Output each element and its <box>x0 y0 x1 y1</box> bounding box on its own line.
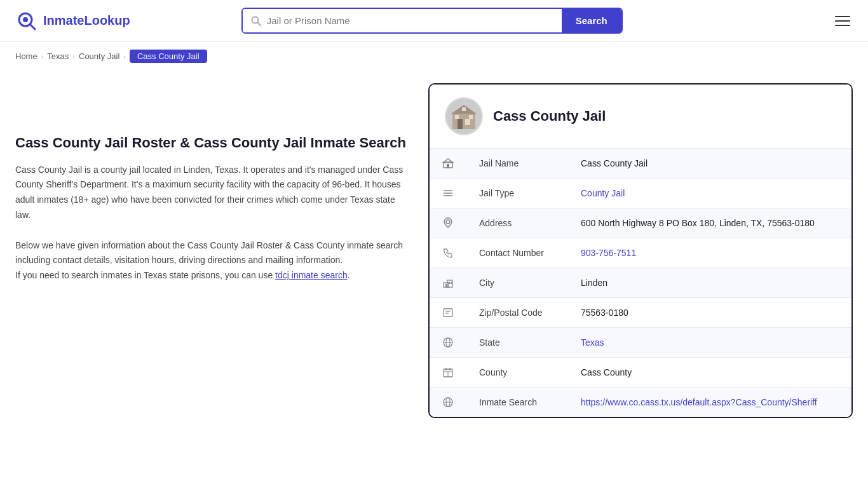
search-button[interactable]: Search <box>562 9 621 32</box>
table-row: City Linden <box>430 268 851 298</box>
inmate-search-icon <box>442 396 454 408</box>
card-header: Cass County Jail <box>430 85 851 148</box>
row-label-state: State <box>466 328 568 358</box>
row-value-contact: 903-756-7511 <box>568 238 851 268</box>
breadcrumb-type[interactable]: County Jail <box>79 51 119 61</box>
svg-rect-22 <box>449 282 450 284</box>
svg-point-18 <box>446 220 450 224</box>
search-wrapper: Search <box>241 8 623 34</box>
row-value-inmate-search: https://www.co.cass.tx.us/default.aspx?C… <box>568 388 851 417</box>
row-value-state: Texas <box>568 328 851 358</box>
row-label-city: City <box>466 268 568 298</box>
row-icon-county <box>430 358 466 388</box>
phone-icon <box>442 247 454 259</box>
logo-text: InmateLookup <box>43 13 130 28</box>
state-link[interactable]: Texas <box>581 337 604 348</box>
svg-line-4 <box>257 22 261 25</box>
row-label-address: Address <box>466 208 568 238</box>
svg-point-2 <box>23 17 28 22</box>
description: Cass County Jail is a county jail locate… <box>15 163 409 283</box>
hamburger-menu[interactable] <box>832 13 853 29</box>
zip-icon <box>442 307 454 318</box>
card-jail-name: Cass County Jail <box>493 108 606 125</box>
left-column: Cass County Jail Roster & Cass County Ja… <box>15 83 409 418</box>
search-icon <box>250 15 262 27</box>
table-row: County Cass County <box>430 358 851 388</box>
row-label-jail-name: Jail Name <box>466 149 568 179</box>
location-icon <box>442 217 454 229</box>
globe-icon <box>442 337 454 348</box>
breadcrumb-home[interactable]: Home <box>15 51 37 61</box>
chevron-icon-1: › <box>41 53 44 60</box>
hamburger-line-3 <box>835 25 850 26</box>
svg-line-1 <box>30 24 35 29</box>
row-label-inmate-search: Inmate Search <box>466 388 568 417</box>
row-icon-state <box>430 328 466 358</box>
row-value-address: 600 North Highway 8 PO Box 180, Linden, … <box>568 208 851 238</box>
table-row: Address 600 North Highway 8 PO Box 180, … <box>430 208 851 238</box>
svg-rect-10 <box>469 115 473 119</box>
svg-rect-9 <box>455 115 459 119</box>
svg-rect-5 <box>452 112 475 129</box>
info-card: Cass County Jail <box>428 83 853 418</box>
header: InmateLookup Search <box>0 0 868 42</box>
row-value-jail-name: Cass County Jail <box>568 149 851 179</box>
search-input-wrap <box>243 9 562 32</box>
hamburger-line-1 <box>835 16 850 17</box>
breadcrumb: Home › Texas › County Jail › Cass County… <box>0 42 868 71</box>
row-value-jail-type: County Jail <box>568 179 851 208</box>
row-icon-address <box>430 208 466 238</box>
row-icon-type <box>430 179 466 208</box>
table-row: Jail Name Cass County Jail <box>430 149 851 179</box>
info-table: Jail Name Cass County Jail <box>430 148 851 417</box>
table-row: Contact Number 903-756-7511 <box>430 238 851 268</box>
table-row: Jail Type County Jail <box>430 179 851 208</box>
row-label-jail-type: Jail Type <box>466 179 568 208</box>
row-icon-city <box>430 268 466 298</box>
jail-icon <box>442 158 454 169</box>
logo-link[interactable]: InmateLookup <box>15 10 130 32</box>
chevron-icon-3: › <box>123 53 126 60</box>
row-value-zip: 75563-0180 <box>568 298 851 328</box>
svg-rect-8 <box>465 119 470 125</box>
row-value-county: Cass County <box>568 358 851 388</box>
row-icon-jail <box>430 149 466 179</box>
hamburger-line-2 <box>835 20 850 22</box>
svg-rect-23 <box>451 282 452 284</box>
jail-avatar <box>445 97 483 135</box>
search-area: Search <box>241 8 623 34</box>
svg-rect-21 <box>445 284 447 287</box>
list-icon <box>442 187 454 199</box>
phone-link[interactable]: 903-756-7511 <box>581 248 636 258</box>
row-label-county: County <box>466 358 568 388</box>
table-row: State Texas <box>430 328 851 358</box>
row-label-zip: Zip/Postal Code <box>466 298 568 328</box>
row-icon-inmate-search <box>430 388 466 417</box>
row-label-contact: Contact Number <box>466 238 568 268</box>
inmate-search-link[interactable]: https://www.co.cass.tx.us/default.aspx?C… <box>581 397 817 407</box>
city-icon <box>442 277 454 288</box>
row-icon-zip <box>430 298 466 328</box>
table-row: Inmate Search https://www.co.cass.tx.us/… <box>430 388 851 417</box>
svg-rect-34 <box>449 368 451 370</box>
svg-rect-7 <box>458 119 463 129</box>
building-icon <box>449 101 479 132</box>
breadcrumb-state[interactable]: Texas <box>47 51 69 61</box>
logo-icon <box>15 10 38 32</box>
svg-rect-14 <box>447 164 449 168</box>
search-input[interactable] <box>267 15 554 26</box>
county-jail-link[interactable]: County Jail <box>581 188 625 198</box>
breadcrumb-current: Cass County Jail <box>130 50 207 63</box>
right-column: Cass County Jail <box>428 83 853 418</box>
tdcj-link[interactable]: tdcj inmate search <box>275 270 348 280</box>
main-content: Cass County Jail Roster & Cass County Ja… <box>0 71 868 431</box>
svg-rect-11 <box>462 107 466 111</box>
county-icon <box>442 367 454 378</box>
row-icon-phone <box>430 238 466 268</box>
chevron-icon-2: › <box>72 53 75 60</box>
row-value-city: Linden <box>568 268 851 298</box>
table-row: Zip/Postal Code 75563-0180 <box>430 298 851 328</box>
page-title: Cass County Jail Roster & Cass County Ja… <box>15 134 409 152</box>
svg-rect-24 <box>444 309 452 316</box>
svg-rect-33 <box>445 368 447 370</box>
